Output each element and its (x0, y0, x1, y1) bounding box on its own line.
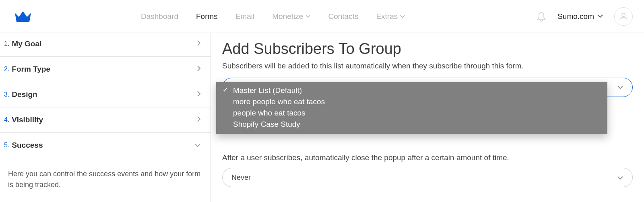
step-label: Success (12, 141, 43, 150)
chevron-down-icon (400, 15, 405, 18)
step-number: 2. (4, 66, 9, 73)
step-visibility[interactable]: 4. Visibility (0, 107, 211, 133)
group-option-more-people-tacos[interactable]: more people who eat tacos (216, 96, 607, 107)
nav-monetize-label: Monetize (272, 12, 303, 21)
user-icon (619, 12, 628, 21)
chevron-right-icon (197, 116, 201, 124)
group-select-wrap: Master List (Default) more people who ea… (222, 78, 633, 97)
notifications-bell-icon[interactable] (537, 12, 546, 21)
chevron-down-icon (597, 14, 603, 18)
main-nav: Dashboard Forms Email Monetize Contacts … (141, 12, 405, 21)
auto-close-select[interactable]: Never (222, 168, 633, 187)
nav-monetize[interactable]: Monetize (272, 12, 310, 21)
group-option-shopify-case-study[interactable]: Shopify Case Study (216, 119, 607, 130)
chevron-down-icon (617, 173, 623, 182)
step-number: 5. (4, 142, 9, 149)
group-option-master-list[interactable]: Master List (Default) (216, 85, 607, 96)
chevron-down-icon (305, 15, 310, 18)
step-number: 1. (4, 40, 9, 47)
step-label: Visibility (12, 115, 43, 124)
chevron-right-icon (197, 91, 201, 99)
chevron-right-icon (197, 65, 201, 73)
nav-contacts[interactable]: Contacts (328, 12, 358, 21)
step-label: Design (12, 90, 37, 99)
step-label: Form Type (12, 65, 50, 74)
section-description-close: After a user subscribes, automatically c… (222, 153, 633, 162)
chevron-right-icon (197, 40, 201, 48)
section-heading-group: Add Subscribers To Group (222, 40, 633, 58)
auto-close-value: Never (231, 173, 251, 182)
header-right: Sumo.com (537, 7, 633, 26)
nav-extras-label: Extras (376, 12, 398, 21)
nav-forms[interactable]: Forms (196, 12, 218, 21)
step-helper-text: Here you can control the success events … (0, 158, 211, 201)
nav-dashboard[interactable]: Dashboard (141, 12, 178, 21)
svg-point-0 (622, 13, 625, 16)
step-number: 4. (4, 116, 9, 124)
top-header: Dashboard Forms Email Monetize Contacts … (0, 0, 644, 33)
group-option-people-tacos[interactable]: people who eat tacos (216, 107, 607, 119)
step-number: 3. (4, 91, 9, 98)
step-my-goal[interactable]: 1. My Goal (0, 33, 211, 57)
nav-email[interactable]: Email (235, 12, 255, 21)
step-form-type[interactable]: 2. Form Type (0, 57, 211, 82)
nav-extras[interactable]: Extras (376, 12, 405, 21)
chevron-down-icon (617, 84, 623, 91)
chevron-down-icon (194, 142, 201, 149)
profile-avatar[interactable] (614, 7, 633, 26)
group-select-dropdown: Master List (Default) more people who ea… (216, 82, 607, 134)
site-name: Sumo.com (557, 12, 594, 21)
step-label: My Goal (12, 39, 41, 48)
logo-crown-icon[interactable] (14, 7, 32, 26)
steps-sidebar: 1. My Goal 2. Form Type 3. Design 4. Vis… (0, 33, 211, 202)
step-design[interactable]: 3. Design (0, 82, 211, 107)
section-description-group: Subscribers will be added to this list a… (222, 62, 633, 70)
step-success[interactable]: 5. Success (0, 133, 211, 158)
main-content: Add Subscribers To Group Subscribers wil… (211, 33, 644, 202)
site-switcher[interactable]: Sumo.com (557, 12, 603, 21)
